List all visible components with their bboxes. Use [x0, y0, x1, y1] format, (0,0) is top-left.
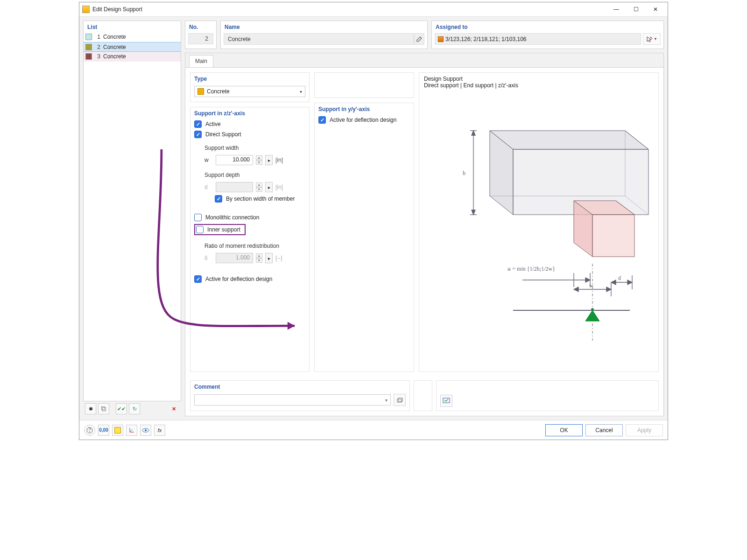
eye-icon [142, 427, 149, 433]
svg-marker-25 [574, 287, 578, 292]
active-checkbox[interactable]: ✓Active [194, 120, 305, 128]
tab-main[interactable]: Main [189, 55, 213, 67]
maximize-button[interactable]: ☐ [629, 4, 642, 14]
list-panel: List 1 Concrete 2 Concrete 3 [83, 21, 181, 401]
svg-text:w: w [589, 282, 593, 289]
support-width-input[interactable]: 10.000 [216, 155, 253, 165]
svg-rect-38 [397, 399, 402, 402]
spinner: ▴▾ [256, 253, 262, 263]
type-select[interactable]: Concrete ▾ [194, 86, 305, 97]
cursor-icon [646, 36, 653, 42]
dialog-footer: ? 0,00 fx OK Cancel Apply [79, 420, 668, 440]
swatch-icon [114, 427, 121, 434]
value-menu-button: ▸ [265, 182, 273, 192]
window-title: Edit Design Support [92, 6, 142, 13]
app-icon [82, 6, 90, 13]
comment-input[interactable]: ▾ [194, 394, 391, 406]
apply-button: Apply [626, 424, 663, 436]
edit-name-button[interactable] [414, 34, 424, 44]
delta-input: 1.000 [216, 253, 253, 263]
help-button[interactable]: ? [84, 425, 95, 436]
help-icon: ? [86, 427, 93, 434]
swatch-icon [85, 34, 92, 40]
svg-marker-15 [472, 210, 475, 215]
comment-group: Comment ▾ [190, 380, 410, 411]
minimize-button[interactable]: — [610, 4, 623, 14]
svg-marker-11 [592, 215, 634, 257]
coord-button[interactable] [126, 425, 137, 436]
diagram-svg: h aᵢ = min {1/2h;1/2w} [424, 89, 654, 350]
svg-text:aᵢ = min {1/2h;1/2w}: aᵢ = min {1/2h;1/2w} [507, 266, 555, 272]
preview-tools-group [436, 380, 659, 411]
titlebar: Edit Design Support — ☐ ✕ [79, 2, 668, 16]
svg-marker-1 [288, 322, 295, 330]
list-item[interactable]: 2 Concrete [84, 42, 181, 52]
active-deflection-zz-checkbox[interactable]: ✓Active for deflection design [194, 275, 305, 283]
support-zz-group: Support in z/z'-axis ✓Active ✓Direct Sup… [190, 107, 310, 372]
stack-icon [396, 397, 403, 403]
svg-marker-2 [490, 131, 648, 149]
svg-rect-39 [398, 398, 402, 401]
support-depth-input [216, 182, 253, 192]
svg-text:h: h [463, 170, 465, 176]
number-value: 2 [188, 33, 213, 44]
inner-support-highlight: Inner support [194, 224, 246, 235]
delete-button[interactable]: ✕ [168, 403, 179, 414]
list-toolbar: ✱ ⿻ ✔✔ ↻ ✕ [83, 401, 181, 416]
refresh-button[interactable]: ↻ [129, 403, 140, 414]
svg-point-47 [145, 429, 147, 431]
value-menu-button[interactable]: ▸ [265, 155, 273, 165]
by-section-checkbox[interactable]: ✓By section width of member [215, 195, 305, 203]
svg-marker-21 [585, 278, 590, 282]
list-header: List [84, 21, 181, 32]
display-icon [443, 397, 450, 405]
view-button[interactable] [140, 425, 151, 436]
svg-marker-14 [472, 131, 475, 135]
svg-marker-30 [611, 280, 616, 285]
units-button[interactable]: 0,00 [98, 425, 109, 436]
assigned-field[interactable]: 3/123,126; 2/118,121; 1/103,106 [435, 33, 641, 45]
active-deflection-yy-checkbox[interactable]: ✓Active for deflection design [318, 116, 410, 124]
comment-library-button[interactable] [394, 394, 406, 406]
support-yy-group: Support in y/y'-axis ✓Active for deflect… [314, 103, 414, 372]
swatch-icon [197, 88, 204, 95]
cancel-button[interactable]: Cancel [585, 424, 623, 436]
ok-button[interactable]: OK [545, 424, 583, 436]
svg-text:d: d [618, 275, 621, 281]
spacer-group [314, 72, 414, 98]
color-button[interactable] [112, 425, 123, 436]
svg-marker-35 [585, 310, 599, 321]
assigned-panel: Assigned to 3/123,126; 2/118,121; 1/103,… [431, 21, 664, 49]
name-value: Concrete [224, 36, 414, 42]
copy-button[interactable]: ⿻ [98, 403, 109, 414]
value-menu-button: ▸ [265, 253, 273, 263]
swatch-icon [85, 53, 92, 60]
chevron-down-icon: ▾ [382, 398, 390, 403]
direct-support-checkbox[interactable]: ✓Direct Support [194, 131, 305, 138]
inner-support-checkbox[interactable]: Inner support [196, 226, 240, 233]
spinner: ▴▾ [256, 182, 262, 192]
type-group: Type Concrete ▾ [190, 72, 310, 102]
swatch-icon [85, 44, 92, 50]
svg-line-45 [130, 429, 133, 432]
new-button[interactable]: ✱ [85, 403, 96, 414]
fx-button[interactable]: fx [154, 425, 165, 436]
pick-in-view-button[interactable]: ▼ [643, 33, 661, 45]
preview-panel: Design Support Direct support | End supp… [419, 72, 659, 372]
axes-icon [128, 427, 135, 434]
svg-text:?: ? [89, 427, 91, 433]
svg-line-0 [650, 37, 652, 39]
number-panel: No. 2 [185, 21, 217, 49]
check-all-button[interactable]: ✔✔ [116, 403, 127, 414]
list-item[interactable]: 1 Concrete [84, 32, 181, 42]
monolithic-checkbox[interactable]: Monolithic connection [194, 214, 305, 221]
list-item[interactable]: 3 Concrete [84, 52, 181, 62]
view-settings-button[interactable] [440, 395, 452, 407]
spacer-group [414, 380, 432, 411]
spinner[interactable]: ▴▾ [256, 155, 262, 165]
member-icon [438, 36, 444, 42]
name-panel: Name Concrete [220, 21, 428, 49]
close-button[interactable]: ✕ [649, 4, 662, 14]
chevron-down-icon: ▾ [300, 89, 302, 94]
svg-marker-31 [627, 280, 632, 285]
